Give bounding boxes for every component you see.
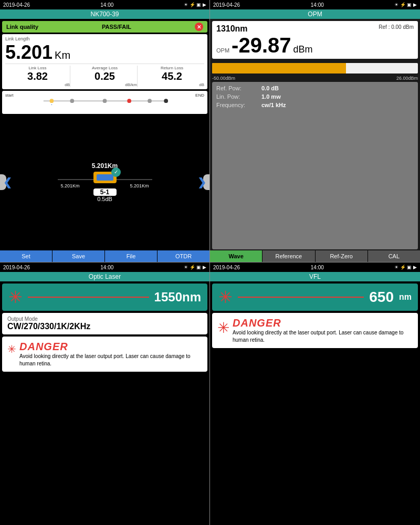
fiber-row: ✓ 5.201Km 5.201Km — [58, 172, 152, 187]
tab-ref-zero[interactable]: Ref-Zero — [316, 250, 368, 262]
tab-reference[interactable]: Reference — [262, 250, 315, 262]
status-date-4: 2019-04-26 — [213, 265, 240, 270]
status-time-3: 14:00 — [100, 265, 113, 270]
status-time-1: 14:00 — [100, 2, 113, 8]
svg-point-2 — [70, 99, 74, 103]
link-loss-label: Link Loss — [5, 66, 70, 70]
output-mode-box: Output Mode CW/270/330/1K/2KHz — [2, 313, 207, 334]
fiber-inner — [97, 174, 113, 181]
nav-right-arrow[interactable]: ❯ — [197, 176, 206, 188]
opm-label: OPM — [216, 47, 229, 54]
opm-bar-fill — [212, 63, 346, 74]
return-loss-item: Return Loss 45.2 dB — [140, 66, 204, 87]
link-length-unit: Km — [55, 49, 70, 61]
link-loss-unit: dB — [5, 82, 70, 87]
laser-starburst-icon: ✳ — [8, 289, 23, 306]
vfl-wavelength-unit: nm — [399, 292, 412, 302]
status-date-3: 2019-04-26 — [3, 265, 30, 270]
opm-bar-labels: -50.00dBm 26.00dBm — [210, 76, 420, 81]
fiber-center: ✓ — [58, 172, 152, 183]
opm-details: Ref. Pow: 0.0 dB Lin. Pow: 1.0 mw Freque… — [212, 82, 418, 249]
link-loss-value: 3.82 — [5, 70, 70, 82]
measurements-box: Link Length 5.201 Km Link Loss 3.82 dB A… — [2, 34, 207, 89]
opm-bar-min: -50.00dBm — [212, 76, 235, 81]
frequency-value: cw/1 kHz — [261, 102, 286, 108]
frequency-label: Frequency: — [216, 102, 258, 108]
nav-left-arrow[interactable]: ❮ — [3, 176, 12, 188]
vfl-wavelength: 650 — [369, 289, 394, 306]
svg-point-3 — [103, 99, 107, 103]
ref-pow-label: Ref. Pow: — [216, 85, 258, 91]
tab-cal[interactable]: CAL — [368, 250, 420, 262]
opm-unit: dBm — [293, 44, 312, 55]
fiber-diagram: ❮ ❯ 5.201Km ✓ 5.201Km 5.201Km 5-1 0.5dB — [2, 116, 207, 248]
lin-pow-value: 1.0 mw — [261, 93, 281, 100]
ref-pow-row: Ref. Pow: 0.0 dB — [216, 85, 414, 91]
title-bar-3: Optic Laser — [0, 272, 209, 281]
avg-loss-unit: dB/km — [72, 82, 137, 87]
link-quality-value: PASS/FAIL — [102, 24, 131, 30]
status-icons-3: ☀ ⚡ ▣ ▶ — [184, 265, 206, 270]
svg-point-4 — [127, 99, 131, 103]
phone4-content: ✳ 650 nm ✳ DANGER Avoid looking directly… — [210, 281, 420, 525]
opm-wavelength: 1310nm — [216, 24, 248, 34]
opm-bar-container — [212, 63, 418, 74]
opm-ref: Ref : 0.00 dBm — [379, 24, 414, 30]
laser-wavelength: 1550nm — [154, 290, 201, 304]
status-bar-4: 2019-04-26 14:00 ☀ ⚡ ▣ ▶ — [210, 262, 420, 272]
phone-optic-laser: 2019-04-26 14:00 ☀ ⚡ ▣ ▶ Optic Laser ✳ 1… — [0, 262, 210, 525]
otdr-button[interactable]: OTDR — [158, 250, 209, 262]
phone1-content: Link quality PASS/FAIL ✕ Link Length 5.2… — [0, 19, 209, 250]
status-icons-2: ☀ ⚡ ▣ ▶ — [394, 2, 417, 7]
status-date-2: 2019-04-26 — [213, 2, 240, 8]
title-bar-2: OPM — [210, 9, 420, 19]
trace-end-label: END — [195, 93, 204, 98]
ref-pow-value: 0.0 dB — [261, 85, 279, 91]
link-quality-bar: Link quality PASS/FAIL ✕ — [2, 21, 207, 33]
return-loss-unit: dB — [140, 82, 204, 87]
close-button[interactable]: ✕ — [195, 23, 203, 31]
bottom-buttons-1: Set Save File OTDR — [0, 250, 209, 262]
set-button[interactable]: Set — [0, 250, 52, 262]
danger-box-4: ✳ DANGER Avoid looking directly at the l… — [212, 313, 418, 348]
phone3-title: Optic Laser — [89, 273, 121, 280]
danger-text-block-4: DANGER Avoid looking directly at the las… — [233, 317, 413, 344]
status-bar-2: 2019-04-26 14:00 ☀ ⚡ ▣ ▶ — [210, 0, 420, 9]
phone-otdr: 2019-04-26 14:00 ☀ ⚡ ▣ ▶ NK700-39 Link q… — [0, 0, 210, 262]
link-quality-label: Link quality — [6, 24, 38, 30]
status-time-4: 14:00 — [311, 265, 324, 270]
fiber-id: 5-1 — [93, 188, 117, 196]
frequency-row: Frequency: cw/1 kHz — [216, 102, 414, 108]
status-bar-3: 2019-04-26 14:00 ☀ ⚡ ▣ ▶ — [0, 262, 209, 272]
opm-value: -29.87 — [232, 35, 291, 56]
status-bar-1: 2019-04-26 14:00 ☀ ⚡ ▣ ▶ — [0, 0, 209, 9]
save-button[interactable]: Save — [52, 250, 105, 262]
danger-text-block-3: DANGER Avoid looking directly at the las… — [19, 341, 202, 368]
avg-loss-label: Average Loss — [72, 66, 137, 70]
avg-loss-item: Average Loss 0.25 dB/km — [72, 66, 138, 87]
output-mode-value: CW/270/330/1K/2KHz — [7, 322, 202, 331]
phone-vfl: 2019-04-26 14:00 ☀ ⚡ ▣ ▶ VFL ✳ 650 nm ✳ … — [210, 262, 420, 525]
fiber-connector: ✓ — [93, 172, 117, 183]
connector-wrapper: ✓ — [93, 172, 117, 183]
opm-display: 1310nm Ref : 0.00 dBm OPM -29.87 dBm — [212, 21, 418, 59]
fiber-check-icon: ✓ — [111, 167, 121, 177]
danger-text-4: Avoid looking directly at the laser outp… — [233, 329, 413, 344]
status-icons-1: ☀ ⚡ ▣ ▶ — [184, 2, 206, 7]
svg-point-5 — [148, 99, 152, 103]
file-button[interactable]: File — [105, 250, 158, 262]
svg-point-6 — [164, 99, 168, 103]
laser-line — [28, 297, 149, 298]
return-loss-label: Return Loss — [140, 66, 204, 70]
status-time-2: 14:00 — [311, 2, 324, 8]
avg-loss-value: 0.25 — [72, 70, 137, 82]
title-bar-4: VFL — [210, 272, 420, 281]
svg-point-1 — [50, 99, 54, 103]
fiber-label-left: 5.201Km — [61, 183, 80, 188]
vfl-laser-line — [238, 297, 364, 298]
status-date-1: 2019-04-26 — [3, 2, 30, 8]
link-length-row: 5.201 Km — [5, 41, 204, 64]
tab-wave[interactable]: Wave — [210, 250, 262, 262]
opm-tabs: Wave Reference Ref-Zero CAL — [210, 250, 420, 262]
trace-bar: start END — [2, 91, 207, 114]
